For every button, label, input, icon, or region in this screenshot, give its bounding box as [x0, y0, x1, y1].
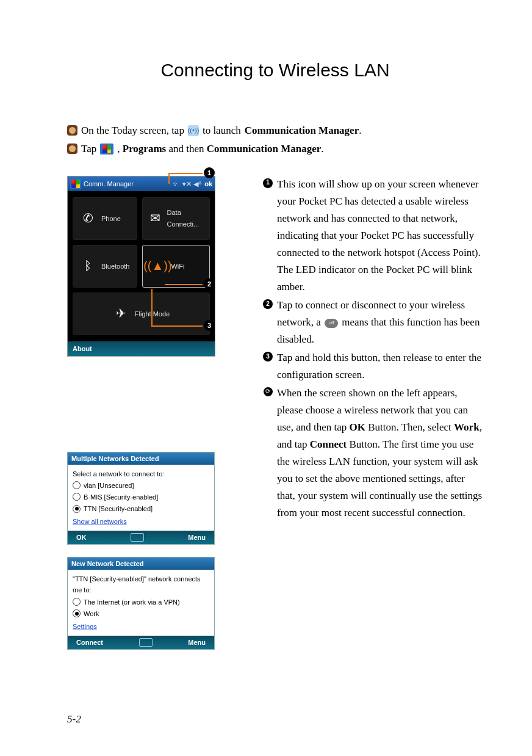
network-dest-option[interactable]: Work: [73, 608, 209, 619]
flight-mode-tile[interactable]: ✈Flight Mode: [73, 293, 210, 335]
gear-icon: [67, 125, 77, 136]
radio-icon: [73, 598, 81, 606]
intro-text: , Programs and then Communication Manage…: [117, 140, 323, 158]
wifi-icon: ((▲)): [149, 258, 166, 275]
phone-tile[interactable]: ✆Phone: [73, 197, 137, 240]
network-option[interactable]: vlan [Unsecured]: [73, 480, 209, 491]
about-button[interactable]: About: [73, 343, 92, 354]
page-number: 5-2: [67, 711, 81, 728]
start-flag-icon: [100, 144, 113, 154]
keyboard-icon[interactable]: [139, 638, 153, 647]
show-all-networks-link[interactable]: Show all networks: [73, 516, 127, 527]
settings-link[interactable]: Settings: [73, 621, 97, 632]
network-option[interactable]: TTN [Security-enabled]: [73, 503, 209, 514]
ok-button[interactable]: ok: [204, 178, 212, 189]
bluetooth-icon: ᛒ: [79, 258, 96, 275]
volume-icon: ◀ᐞ: [193, 178, 202, 189]
radio-icon: [73, 481, 81, 489]
explanation-text: When the screen shown on the left appear…: [277, 385, 483, 522]
popup-header: Multiple Networks Detected: [71, 453, 159, 464]
connect-button[interactable]: Connect: [76, 637, 103, 648]
explanation-text: This icon will show up on your screen wh…: [277, 176, 483, 296]
network-option[interactable]: B-MIS [Security-enabled]: [73, 492, 209, 503]
new-network-popup: New Network Detected "TTN [Security-enab…: [67, 557, 215, 650]
titlebar-title: Comm. Manager: [84, 178, 134, 189]
page-title: Connecting to Wireless LAN: [67, 55, 483, 85]
refresh-icon: ⟳: [264, 387, 273, 396]
radio-icon: [73, 609, 81, 617]
wireless-icon: ((•)): [188, 125, 199, 136]
popup-prompt: "TTN [Security-enabled]" network connect…: [73, 573, 209, 595]
comm-manager-screenshot: Comm. Manager ᯤ ▾✕ ◀ᐞ ok ✆Phone ✉Data Co…: [67, 176, 215, 357]
signal-icon: ▾✕: [182, 178, 191, 189]
menu-button[interactable]: Menu: [188, 637, 206, 648]
radio-icon: [73, 493, 81, 501]
gear-icon: [67, 144, 77, 154]
intro-text: On the Today screen, tap: [81, 122, 184, 139]
callout-number-2: 2: [263, 299, 273, 309]
airplane-icon: ✈: [113, 305, 130, 322]
keyboard-icon[interactable]: [131, 533, 144, 542]
data-connection-tile[interactable]: ✉Data Connecti...: [142, 197, 210, 240]
wifi-tile[interactable]: ((▲))WiFi: [142, 245, 210, 288]
explanation-text: Tap and hold this button, then release t…: [277, 349, 483, 383]
popup-header: New Network Detected: [71, 558, 144, 569]
callout-number-1: 1: [263, 178, 273, 188]
bluetooth-tile[interactable]: ᛒBluetooth: [73, 245, 137, 288]
explanation-text: Tap to connect or disconnect to your wir…: [277, 297, 483, 348]
off-badge-icon: off: [325, 319, 338, 328]
phone-icon: ✆: [79, 210, 96, 227]
multiple-networks-popup: Multiple Networks Detected Select a netw…: [67, 452, 215, 545]
intro-text: Tap: [81, 140, 96, 158]
wifi-status-icon: ᯤ: [171, 178, 180, 189]
menu-button[interactable]: Menu: [188, 532, 206, 543]
envelope-icon: ✉: [149, 210, 162, 227]
intro-text: Communication Manager.: [245, 122, 362, 139]
callout-number-3: 3: [263, 352, 273, 362]
popup-prompt: Select a network to connect to:: [73, 468, 209, 479]
ok-button[interactable]: OK: [76, 532, 87, 543]
radio-icon: [73, 505, 81, 513]
intro-text: to launch: [203, 122, 241, 139]
start-flag-icon[interactable]: [70, 178, 81, 189]
network-dest-option[interactable]: The Internet (or work via a VPN): [73, 597, 209, 608]
